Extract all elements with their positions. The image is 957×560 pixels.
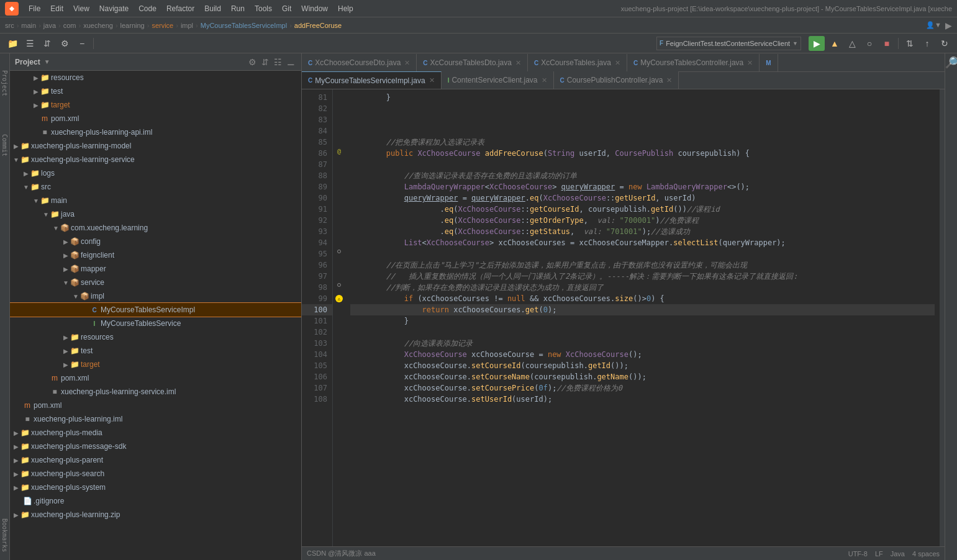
tree-item-gitignore[interactable]: 📄 .gitignore [10, 494, 301, 508]
bc-impl[interactable]: impl [181, 22, 193, 29]
panel-settings-btn[interactable]: ⚙ [247, 57, 258, 67]
status-line-ending[interactable]: LF [875, 550, 883, 558]
run-config-selector[interactable]: F FeignClientTest.testContentServiceClie… [656, 37, 801, 50]
tree-item-test2[interactable]: ▶ 📁 test [10, 344, 301, 358]
tab-close-btn[interactable]: ✕ [429, 76, 435, 84]
tab-more[interactable]: M [760, 54, 778, 71]
bc-xuecheng[interactable]: xuecheng [83, 22, 113, 29]
bc-service[interactable]: service [152, 22, 173, 29]
tab-myCourseTablesController[interactable]: C MyCourseTablesController.java ✕ [627, 54, 760, 71]
code-editor[interactable]: } //把免费课程加入选课记录表 public XcChooseCourse a… [345, 89, 940, 546]
collapse-btn[interactable]: ⇵ [40, 36, 55, 51]
menu-edit[interactable]: Edit [45, 3, 68, 14]
tab-close-btn[interactable]: ✕ [666, 76, 672, 84]
main-layout: Project Commit Bookmarks Project ▼ ⚙ ⇵ ☷… [0, 53, 957, 560]
tab-close-btn[interactable]: ✕ [404, 59, 410, 67]
tree-item-zip[interactable]: ▶ 📁 xuecheng-plus-learning.zip [10, 508, 301, 522]
panel-collapse-btn[interactable]: ⇵ [260, 57, 270, 67]
tree-item-message[interactable]: ▶ 📁 xuecheng-plus-message-sdk [10, 440, 301, 453]
git-update-button[interactable]: ⇅ [902, 36, 917, 51]
tab-myCourseTablesServiceImpl[interactable]: C MyCourseTablesServiceImpl.java ✕ [302, 71, 442, 89]
panel-layout-btn[interactable]: ☷ [273, 57, 283, 67]
project-icon-btn[interactable]: 📁 [5, 36, 20, 51]
debug-button[interactable]: ▲ [827, 36, 842, 51]
tab-xcChooseCourseDto[interactable]: C XcChooseCourseDto.java ✕ [302, 54, 417, 71]
code-line-96: //在页面上点击"马上学习"之后开始添加选课，如果用户重复点击，由于数据库也没有… [350, 260, 935, 271]
tab-xcCourseTablesDto[interactable]: C XcCourseTablesDto.java ✕ [417, 54, 528, 71]
tree-item-java[interactable]: ▼ 📁 java [10, 207, 301, 221]
tree-item-test[interactable]: ▶ 📁 test [10, 84, 301, 98]
tree-item-iml2[interactable]: ■ xuecheng-plus-learning-service.iml [10, 385, 301, 399]
tree-item-iml1[interactable]: ■ xuecheng-plus-learning-api.iml [10, 125, 301, 139]
scroll-strip[interactable] [940, 89, 945, 546]
bookmarks-tab[interactable]: Bookmarks [1, 510, 8, 560]
menu-help[interactable]: Help [333, 3, 358, 14]
menu-navigate[interactable]: Navigate [94, 3, 134, 14]
tab-close-btn[interactable]: ✕ [515, 59, 521, 67]
tree-item-parent[interactable]: ▶ 📁 xuecheng-plus-parent [10, 453, 301, 467]
tree-item-iml-root[interactable]: ■ xuecheng-plus-learning.iml [10, 412, 301, 426]
tree-item-target[interactable]: ▶ 📁 target [10, 98, 301, 112]
bc-com[interactable]: com [63, 22, 76, 29]
tab-contentServiceClient[interactable]: I ContentServiceClient.java ✕ [442, 71, 554, 89]
tab-close-btn[interactable]: ✕ [615, 59, 620, 67]
minimize-btn[interactable]: − [75, 36, 89, 51]
tree-item-logs[interactable]: ▶ 📁 logs [10, 166, 301, 180]
tree-item-resources[interactable]: ▶ 📁 resources [10, 71, 301, 84]
menu-file[interactable]: File [24, 3, 45, 14]
menu-run[interactable]: Run [226, 3, 250, 14]
tree-item-pom-root[interactable]: m pom.xml [10, 399, 301, 412]
bc-class[interactable]: MyCourseTablesServiceImpl [201, 22, 287, 29]
tree-item-feignclient[interactable]: ▶ 📦 feignclient [10, 248, 301, 262]
status-indent[interactable]: 4 spaces [912, 550, 940, 558]
tree-item-mapper[interactable]: ▶ 📦 mapper [10, 262, 301, 276]
tree-item-service[interactable]: ▼ 📦 service [10, 276, 301, 289]
bc-method[interactable]: addFreeCoruse [294, 22, 342, 29]
panel-close-btn[interactable]: ⚊ [286, 57, 296, 67]
menu-tools[interactable]: Tools [250, 3, 277, 14]
tree-item-config[interactable]: ▶ 📦 config [10, 235, 301, 248]
git-history-button[interactable]: ↻ [937, 36, 952, 51]
status-language[interactable]: Java [891, 550, 905, 558]
tree-item-service-interface[interactable]: ▶ I MyCourseTablesService [10, 317, 301, 330]
tree-item-src[interactable]: ▼ 📁 src [10, 180, 301, 194]
tab-coursePublishController[interactable]: C CoursePublishController.java ✕ [554, 71, 679, 89]
run-button[interactable]: ▶ [809, 36, 825, 51]
commit-tab[interactable]: Commit [1, 120, 8, 170]
tree-item-pom1[interactable]: m pom.xml [10, 112, 301, 125]
bc-src[interactable]: src [5, 22, 14, 29]
git-push-button[interactable]: ↑ [920, 36, 935, 51]
bc-java[interactable]: java [43, 22, 56, 29]
menu-git[interactable]: Git [277, 3, 296, 14]
bc-learning[interactable]: learning [120, 22, 145, 29]
bc-main[interactable]: main [21, 22, 36, 29]
recent-files-btn[interactable]: ☰ [22, 36, 37, 51]
tree-item-impl[interactable]: ▼ 📦 impl [10, 289, 301, 303]
tree-item-pom2[interactable]: m pom.xml [10, 371, 301, 385]
right-sidebar-icon[interactable]: 🔎 [942, 53, 958, 71]
menu-window[interactable]: Window [296, 3, 333, 14]
tree-item-model[interactable]: ▶ 📁 xuecheng-plus-learning-model [10, 139, 301, 153]
tree-item-target2[interactable]: ▶ 📁 target [10, 358, 301, 371]
tree-item-service-root[interactable]: ▼ 📁 xuecheng-plus-learning-service [10, 153, 301, 166]
tree-item-main[interactable]: ▼ 📁 main [10, 194, 301, 207]
tab-close-btn[interactable]: ✕ [747, 59, 753, 67]
project-tab[interactable]: Project [1, 58, 8, 108]
tab-xcCourseTables[interactable]: C XcCourseTables.java ✕ [528, 54, 627, 71]
settings-btn[interactable]: ⚙ [57, 36, 72, 51]
menu-refactor[interactable]: Refactor [161, 3, 199, 14]
tree-item-com[interactable]: ▼ 📦 com.xuecheng.learning [10, 221, 301, 235]
menu-build[interactable]: Build [199, 3, 226, 14]
menu-view[interactable]: View [68, 3, 94, 14]
tab-close-btn[interactable]: ✕ [542, 76, 547, 84]
menu-code[interactable]: Code [134, 3, 161, 14]
tree-item-system[interactable]: ▶ 📁 xuecheng-plus-system [10, 481, 301, 494]
profile-button[interactable]: ○ [862, 36, 877, 51]
tree-item-resources2[interactable]: ▶ 📁 resources [10, 330, 301, 344]
tree-item-media[interactable]: ▶ 📁 xuecheng-plus-media [10, 426, 301, 440]
stop-button[interactable]: ■ [879, 36, 894, 51]
tree-item-search[interactable]: ▶ 📁 xuecheng-plus-search [10, 467, 301, 481]
tree-item-service-impl[interactable]: ▶ C MyCourseTablesServiceImpl [10, 303, 301, 317]
coverage-button[interactable]: △ [845, 36, 859, 51]
status-encoding[interactable]: UTF-8 [848, 550, 868, 558]
